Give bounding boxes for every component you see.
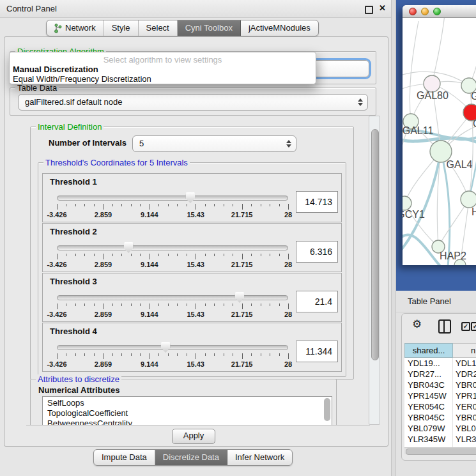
cell-name: YER0 <box>453 401 476 412</box>
threshold-panel-3: Threshold 3 -3.4262.8599.14415.4321.7152… <box>42 273 342 322</box>
slider-thumb[interactable] <box>185 192 195 203</box>
vertical-scrollbar[interactable] <box>369 116 380 425</box>
table-row[interactable]: YBL079WYBL0 <box>404 423 476 434</box>
node-label: C <box>473 118 476 129</box>
column-header-shared-name[interactable]: shared... <box>404 343 453 358</box>
tick-label: 28 <box>284 360 292 368</box>
cell-shared-name: YDL19... <box>404 358 453 369</box>
table-panel-titlebar[interactable]: Table Panel <box>396 291 476 312</box>
table-row[interactable]: YLR345WYLR3 <box>404 434 476 445</box>
table-row[interactable]: YDL19...YDL1 <box>404 358 476 369</box>
threshold-panel-2: Threshold 2 -3.4262.8599.14415.4321.7152… <box>42 223 342 272</box>
close-icon[interactable]: ✕ <box>379 3 386 13</box>
slider-track[interactable] <box>57 345 288 350</box>
list-scrollbar-thumb[interactable] <box>324 398 330 421</box>
table-panel-card: ⚙ ✓ ✓ shared... n YDL19...YDL1YDR27...YD… <box>401 313 476 461</box>
threshold-value-field[interactable]: 11.344 <box>296 341 338 362</box>
cell-shared-name: YBR045C <box>404 412 453 423</box>
cell-shared-name: YER054C <box>404 401 453 412</box>
threshold-slider[interactable]: -3.4262.8599.14415.4321.71528 <box>57 190 288 220</box>
number-of-intervals-combobox[interactable]: 5 <box>132 135 296 152</box>
threshold-panel-4: Threshold 4 -3.4262.8599.14415.4321.7152… <box>42 323 342 372</box>
tab-impute-data[interactable]: Impute Data <box>94 450 155 465</box>
group-title: Interval Definition <box>36 122 104 132</box>
horizontal-scrollbar[interactable] <box>404 447 476 454</box>
minimize-traffic-light[interactable] <box>421 8 429 15</box>
table-row[interactable]: YPR145WYPR1 <box>404 390 476 401</box>
network-window[interactable]: GAL80GACGAL11GAL4GCY1HHAP2 <box>403 5 476 265</box>
table-data-combobox[interactable]: galFiltered.sif default node <box>18 94 368 111</box>
cell-name: YBR0 <box>453 412 476 423</box>
tick-label: 21.715 <box>231 211 253 219</box>
slider-thumb[interactable] <box>161 342 171 353</box>
attribute-list-item[interactable]: SelfLoops <box>43 398 332 408</box>
cell-shared-name: YPR145W <box>404 390 453 401</box>
tick-label: 2.859 <box>95 211 112 219</box>
tick-label: 28 <box>284 261 292 268</box>
tab-label: Style <box>112 20 130 36</box>
network-node[interactable] <box>461 191 476 208</box>
table-row[interactable]: YER054CYER0 <box>404 401 476 412</box>
column-header-name[interactable]: n <box>453 343 476 358</box>
scrollbar-thumb[interactable] <box>371 129 379 360</box>
tab-cyni-toolbox[interactable]: Cyni Toolbox <box>178 20 241 36</box>
tick-label: 21.715 <box>231 261 253 268</box>
slider-track[interactable] <box>57 196 288 201</box>
tab-discretize-data[interactable]: Discretize Data <box>155 450 227 465</box>
network-node[interactable] <box>403 196 411 210</box>
tick-label: -3.426 <box>47 261 66 268</box>
threshold-panel-1: Threshold 1 -3.4262.8599.14415.4321.7152… <box>42 173 342 222</box>
tab-jactivemnodules[interactable]: jActiveMNodules <box>241 20 318 36</box>
close-traffic-light[interactable] <box>409 8 417 15</box>
panel-splitter[interactable] <box>391 0 396 476</box>
threshold-slider[interactable]: -3.4262.8599.14415.4321.71528 <box>57 340 288 369</box>
dropdown-hint: Select algorithm to view settings <box>10 55 316 65</box>
control-panel-titlebar[interactable]: Control Panel ✕ <box>0 0 391 18</box>
network-edge <box>410 21 418 121</box>
zoom-traffic-light[interactable] <box>433 8 441 15</box>
dropdown-option-manual[interactable]: Manual Discretization <box>10 65 316 74</box>
tab-infer-network[interactable]: Infer Network <box>227 450 292 465</box>
right-column: GAL80GACGAL11GAL4GCY1HHAP2 Table Panel ⚙… <box>396 0 476 476</box>
attribute-list-item[interactable]: TopologicalCoefficient <box>43 408 332 418</box>
table-row[interactable]: YBR045CYBR0 <box>404 412 476 423</box>
dropdown-option-equal-width[interactable]: Equal Width/Frequency Discretization <box>10 74 316 84</box>
threshold-slider[interactable]: -3.4262.8599.14415.4321.71528 <box>57 240 288 270</box>
threshold-value-field[interactable]: 21.4 <box>296 291 338 312</box>
tab-network[interactable]: Network <box>47 20 104 36</box>
float-window-icon[interactable] <box>365 6 373 14</box>
split-view-icon[interactable] <box>438 319 451 334</box>
tick-label: -3.426 <box>47 211 66 219</box>
tick-label: 9.144 <box>141 360 158 368</box>
node-label: HAP2 <box>440 250 466 261</box>
attributes-group: Attributes to discretize Numerical Attri… <box>30 379 337 426</box>
gear-icon[interactable]: ⚙ <box>412 318 422 330</box>
apply-button[interactable]: Apply <box>172 429 215 444</box>
checkbox-checked-icon[interactable]: ✓ <box>461 322 470 331</box>
numerical-attributes-heading: Numerical Attributes <box>38 385 119 395</box>
threshold-value-field[interactable]: 6.316 <box>296 241 338 263</box>
network-canvas[interactable]: GAL80GACGAL11GAL4GCY1HHAP2 <box>403 18 476 265</box>
network-desktop: GAL80GACGAL11GAL4GCY1HHAP2 <box>396 0 476 291</box>
attribute-list-item[interactable]: BetweennessCentrality <box>43 418 332 426</box>
top-tabstrip: Network Style Select Cyni Toolbox jActiv… <box>46 20 319 36</box>
checkbox-checked-icon[interactable]: ✓ <box>471 322 476 331</box>
numerical-attributes-list[interactable]: SelfLoopsTopologicalCoefficientBetweenne… <box>42 396 332 426</box>
threshold-slider[interactable]: -3.4262.8599.14415.4321.71528 <box>57 290 288 319</box>
network-window-titlebar[interactable] <box>403 5 476 18</box>
tick-label: 2.859 <box>95 311 112 318</box>
bottom-tabstrip: Impute Data Discretize Data Infer Networ… <box>93 449 293 466</box>
slider-thumb[interactable] <box>234 292 244 303</box>
threshold-value-field[interactable]: 14.713 <box>296 191 338 213</box>
tab-select[interactable]: Select <box>139 20 178 36</box>
slider-track[interactable] <box>57 295 288 300</box>
group-title: Table Data <box>15 83 59 93</box>
scrollbar-thumb[interactable] <box>406 449 476 455</box>
slider-thumb[interactable] <box>124 242 134 253</box>
table-row[interactable]: YDR27...YDR2 <box>404 369 476 380</box>
thresholds-group: Threshold's Coordinates for 5 Intervals … <box>38 162 346 377</box>
table-row[interactable]: YBR043CYBR0 <box>404 380 476 390</box>
cell-shared-name: YDR27... <box>404 369 453 380</box>
slider-track[interactable] <box>57 245 288 250</box>
tab-style[interactable]: Style <box>104 20 139 36</box>
